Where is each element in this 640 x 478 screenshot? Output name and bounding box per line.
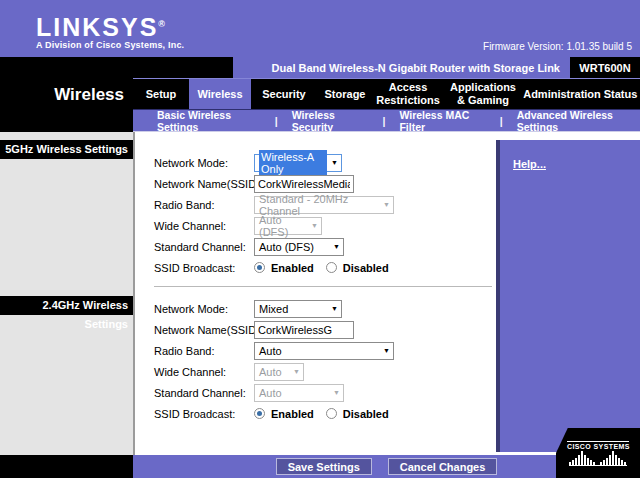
ssid-broadcast-radios-5ghz: Enabled Disabled [254, 262, 395, 274]
row-24ghz-ssid-broadcast: SSID Broadcast: Enabled Disabled [154, 403, 492, 424]
tab-setup[interactable]: Setup [133, 79, 189, 109]
row-5ghz-standard-channel: Standard Channel: Auto (DFS) ▼ [154, 236, 492, 257]
cisco-logo: Cisco Systems [567, 441, 629, 466]
wide-channel-label: Wide Channel: [154, 366, 254, 378]
cisco-brand-text: Cisco Systems [567, 441, 629, 450]
radio-enabled-24ghz[interactable] [254, 408, 265, 419]
row-5ghz-ssid: Network Name(SSID): [154, 173, 492, 194]
row-5ghz-network-mode: Network Mode: Wireless-A Only ▼ [154, 152, 492, 173]
registered-mark: ® [158, 19, 165, 29]
standard-channel-label: Standard Channel: [154, 387, 254, 399]
radio-band-label: Radio Band: [154, 199, 254, 211]
subnav-wireless-mac-filter[interactable]: Wireless MAC Filter [399, 109, 485, 133]
radio-band-select-5ghz: Standard - 20MHz Channel ▼ [254, 196, 394, 214]
network-mode-label: Network Mode: [154, 157, 254, 169]
help-panel: Help... [496, 140, 640, 452]
wireless-subnav: Basic Wireless Settings | Wireless Secur… [133, 110, 640, 132]
row-24ghz-radio-band: Radio Band: Auto ▼ [154, 340, 492, 361]
chevron-down-icon: ▼ [333, 243, 340, 250]
brand-tagline: A Division of Cisco Systems, Inc. [36, 40, 184, 50]
ssid-broadcast-radios-24ghz: Enabled Disabled [254, 408, 395, 420]
cancel-changes-button[interactable]: Cancel Changes [388, 458, 498, 475]
tab-administration[interactable]: Administration [523, 79, 601, 109]
model-number: WRT600N [570, 57, 640, 78]
network-mode-label: Network Mode: [154, 303, 254, 315]
tab-applications-gaming[interactable]: Applications & Gaming [443, 79, 523, 109]
row-24ghz-wide-channel: Wide Channel: Auto ▼ [154, 361, 492, 382]
page-title-block: Wireless [0, 57, 133, 132]
chevron-down-icon: ▼ [333, 389, 340, 396]
section-divider [154, 286, 492, 287]
wide-channel-value-5ghz: Auto (DFS) [259, 214, 307, 238]
section-header-5ghz: 5GHz Wireless Settings [0, 140, 133, 159]
wide-channel-select-24ghz: Auto ▼ [254, 363, 304, 381]
radio-enabled-label-5ghz: Enabled [271, 262, 314, 274]
footer: Save Settings Cancel Changes [0, 455, 640, 478]
standard-channel-select-5ghz[interactable]: Auto (DFS) ▼ [254, 238, 344, 256]
footer-left-block [0, 455, 133, 478]
ssid-label: Network Name(SSID): [154, 178, 254, 190]
network-mode-value-5ghz: Wireless-A Only [259, 150, 327, 176]
radio-band-select-24ghz[interactable]: Auto ▼ [254, 342, 394, 360]
subnav-separator: | [382, 115, 385, 127]
chevron-down-icon: ▼ [331, 159, 338, 166]
section-header-2-4ghz: 2.4GHz Wireless Settings [0, 296, 133, 315]
chevron-down-icon: ▼ [383, 201, 390, 208]
tab-storage[interactable]: Storage [317, 79, 373, 109]
ssid-broadcast-label: SSID Broadcast: [154, 262, 254, 274]
network-mode-value-24ghz: Mixed [259, 303, 288, 315]
network-mode-select-5ghz[interactable]: Wireless-A Only ▼ [254, 154, 342, 172]
section-sidebar: 5GHz Wireless Settings 2.4GHz Wireless S… [0, 132, 133, 455]
radio-disabled-24ghz[interactable] [326, 408, 337, 419]
cisco-logo-block: Cisco Systems [556, 428, 640, 478]
firmware-version: Firmware Version: 1.01.35 build 5 [483, 41, 632, 52]
save-settings-button[interactable]: Save Settings [276, 458, 372, 475]
subnav-basic-wireless-settings[interactable]: Basic Wireless Settings [157, 109, 261, 133]
row-5ghz-ssid-broadcast: SSID Broadcast: Enabled Disabled [154, 257, 492, 278]
radio-enabled-5ghz[interactable] [254, 262, 265, 273]
radio-disabled-5ghz[interactable] [326, 262, 337, 273]
row-5ghz-radio-band: Radio Band: Standard - 20MHz Channel ▼ [154, 194, 492, 215]
row-24ghz-standard-channel: Standard Channel: Auto ▼ [154, 382, 492, 403]
wide-channel-value-24ghz: Auto [259, 366, 282, 378]
wide-channel-label: Wide Channel: [154, 220, 254, 232]
ssid-broadcast-label: SSID Broadcast: [154, 408, 254, 420]
radio-disabled-label-5ghz: Disabled [343, 262, 389, 274]
network-mode-select-24ghz[interactable]: Mixed ▼ [254, 300, 342, 318]
radio-disabled-label-24ghz: Disabled [343, 408, 389, 420]
tab-access-restrictions[interactable]: Access Restrictions [373, 79, 443, 109]
standard-channel-select-24ghz: Auto ▼ [254, 384, 344, 402]
wide-channel-select-5ghz: Auto (DFS) ▼ [254, 217, 322, 235]
subnav-separator: | [500, 115, 503, 127]
main-nav-tabs: Setup Wireless Security Storage Access R… [133, 78, 640, 110]
row-24ghz-ssid: Network Name(SSID): [154, 319, 492, 340]
ssid-label: Network Name(SSID): [154, 324, 254, 336]
product-band-row: Dual Band Wireless-N Gigabit Router with… [133, 57, 640, 78]
product-name: Dual Band Wireless-N Gigabit Router with… [233, 57, 570, 78]
linksys-logo-text: LINKSYS® [36, 12, 184, 39]
tab-wireless[interactable]: Wireless [189, 79, 251, 109]
tab-status[interactable]: Status [601, 79, 640, 109]
subnav-wireless-security[interactable]: Wireless Security [292, 109, 369, 133]
row-24ghz-network-mode: Network Mode: Mixed ▼ [154, 298, 492, 319]
ssid-input-24ghz[interactable] [254, 321, 354, 339]
wireless-settings-form: Network Mode: Wireless-A Only ▼ Network … [154, 152, 492, 424]
help-link[interactable]: Help... [513, 158, 546, 170]
subnav-advanced-wireless-settings[interactable]: Advanced Wireless Settings [517, 109, 640, 133]
radio-band-value-24ghz: Auto [259, 345, 282, 357]
row-5ghz-wide-channel: Wide Channel: Auto (DFS) ▼ [154, 215, 492, 236]
ssid-input-5ghz[interactable] [254, 175, 354, 193]
standard-channel-value-5ghz: Auto (DFS) [259, 241, 314, 253]
brand-name: LINKSYS [36, 13, 158, 41]
chevron-down-icon: ▼ [293, 368, 300, 375]
chevron-down-icon: ▼ [311, 222, 318, 229]
cisco-bridge-icon [569, 451, 627, 466]
linksys-logo: LINKSYS® A Division of Cisco Systems, In… [36, 12, 184, 50]
chevron-down-icon: ▼ [383, 347, 390, 354]
router-admin-page: LINKSYS® A Division of Cisco Systems, In… [0, 0, 640, 478]
page-title: Wireless [54, 85, 124, 105]
tab-security[interactable]: Security [251, 79, 317, 109]
standard-channel-label: Standard Channel: [154, 241, 254, 253]
radio-band-label: Radio Band: [154, 345, 254, 357]
radio-enabled-label-24ghz: Enabled [271, 408, 314, 420]
